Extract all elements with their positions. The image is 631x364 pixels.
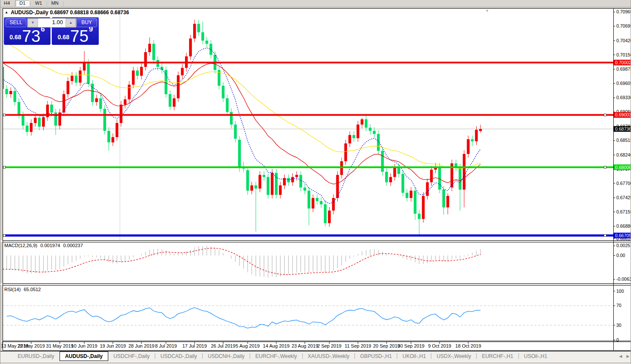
price-tick-label: 0.70420 [616, 38, 631, 43]
scroll-end-marker-icon[interactable]: ▼ [485, 9, 489, 13]
chart-tab-eurchf-weekly[interactable]: EURCHF-,Weekly [250, 351, 302, 361]
svg-text:0.69003: 0.69003 [615, 112, 631, 117]
chart-tab-usdx-weekly[interactable]: USDX-,Weekly [431, 351, 476, 361]
date-tick-label: 2 Sep 2019 [317, 343, 341, 348]
sell-button[interactable]: SELL [6, 18, 26, 27]
macd-axis-label: 0.002574 [616, 243, 631, 248]
price-tag-0.68736: 0.68736 [614, 126, 631, 132]
chart-background [3, 8, 631, 350]
price-tag-0.69003: 0.69003 [614, 112, 631, 118]
rsi-label: RSI(14) [4, 287, 21, 292]
rsi-axis-label: 30 [616, 323, 622, 328]
date-tick-label: 23 Aug 2019 [292, 343, 318, 348]
price-tick-label: 0.70150 [616, 52, 631, 57]
chart-tab-ukoil-h1[interactable]: UKOil-,H1 [397, 351, 431, 361]
tabs-scroll-left-icon[interactable]: ◀ [618, 354, 623, 359]
macd-signal-value: 0.000237 [63, 243, 83, 248]
line-handle[interactable] [604, 235, 606, 237]
chart-ohlc-values: 0.68697 0.68818 0.68666 0.68736 [50, 9, 129, 16]
price-tick-label: 0.66880 [616, 223, 631, 229]
chart-canvas[interactable]: 0.709650.706950.704200.701500.698750.696… [0, 0, 631, 364]
price-tick-label: 0.69605 [616, 81, 631, 86]
macd-axis-label: -0.006326 [616, 276, 631, 282]
subwindow-collapse-icon[interactable]: ▲ [5, 10, 8, 14]
price-tag-0.66705: 0.66705 [614, 233, 631, 238]
date-tick-label: 28 Jun 2019 [129, 343, 155, 348]
line-handle[interactable] [604, 166, 606, 168]
sell-price-main: 73 [22, 30, 40, 43]
price-tag-0.70002: 0.70002 [614, 60, 631, 66]
date-tick-label: 31 May 2019 [46, 343, 74, 348]
chart-tab-eurchf-h1[interactable]: EURCHF-,H1 [477, 351, 518, 361]
line-handle[interactable] [3, 166, 6, 168]
price-tick-label: 0.70695 [616, 23, 631, 28]
chart-tab-bar: EURUSD-,DailyAUDUSD-,DailyUSDCHF-,DailyU… [0, 351, 631, 361]
volume-decrease-button[interactable]: ▼ [28, 19, 38, 27]
chart-tab-usdcad-daily[interactable]: USDCAD-,Daily [155, 351, 202, 361]
chart-title: ▲AUDUSD-,Daily 0.68697 0.68818 0.68666 0… [5, 9, 129, 16]
chart-tab-xauusd-weekly[interactable]: XAUUSD-,Weekly [303, 351, 355, 361]
rsi-panel-title: RSI(14) 65.0512 [4, 287, 43, 292]
date-tick-label: 5 Aug 2019 [235, 343, 260, 348]
buy-price-main: 75 [70, 30, 88, 43]
date-tick-label: 26 Jul 2019 [211, 343, 235, 348]
date-tick-label: 14 Aug 2019 [263, 343, 290, 348]
chart-tab-usoil-h1[interactable]: USOil-,H1 [519, 351, 553, 361]
svg-text:0.66705: 0.66705 [615, 233, 631, 238]
status-strip [0, 361, 631, 364]
date-tick-label: 20 Sep 2019 [373, 343, 400, 348]
buy-price-prefix: 0.68 [58, 34, 69, 41]
price-tick-label: 0.68515 [616, 138, 631, 143]
price-tag-0.68006: 0.68006 [614, 164, 631, 170]
date-tick-label: 18 Oct 2019 [455, 343, 481, 348]
mt4-window: { "toolbar": { "timeframes": [ {"label":… [0, 0, 631, 364]
macd-main-value: 0.001974 [40, 243, 60, 248]
one-click-trading-panel: 0.68 73 6 0.68 75 9 SELL BUY ▼ 1.00 ▲ [4, 17, 99, 45]
date-tick-label: 8 Jul 2019 [155, 343, 177, 348]
date-tick-label: 11 Sep 2019 [345, 343, 371, 348]
volume-input[interactable]: 1.00 [38, 19, 66, 27]
svg-text:0.70002: 0.70002 [615, 60, 631, 65]
price-tick-label: 0.67700 [616, 181, 631, 186]
volume-spinner: ▼ 1.00 ▲ [27, 18, 76, 28]
date-tick-label: 22 May 2019 [17, 343, 45, 348]
chart-tabs: EURUSD-,DailyAUDUSD-,DailyUSDCHF-,DailyU… [13, 351, 553, 361]
rsi-value: 65.0512 [24, 287, 41, 292]
chart-tab-usdchf-daily[interactable]: USDCHF-,Daily [108, 351, 155, 361]
chart-tab-eurusd-daily[interactable]: EURUSD-,Daily [13, 351, 60, 361]
line-handle[interactable] [604, 114, 606, 116]
chart-symbol-label: AUDUSD-,Daily [11, 9, 48, 16]
date-tick-label: 9 Oct 2019 [428, 343, 451, 348]
price-tick-label: 0.67155 [616, 209, 631, 214]
rsi-axis-label: 100 [616, 289, 624, 294]
price-tick-label: 0.70965 [616, 9, 631, 14]
chart-tab-gbpusd-h1[interactable]: GBPUSD-,H1 [355, 351, 397, 361]
price-tick-label: 0.69330 [616, 95, 631, 100]
macd-label: MACD(12,26,9) [4, 243, 37, 248]
sell-price-prefix: 0.68 [9, 34, 21, 41]
chart-tab-usdcnh-daily[interactable]: USDCNH-,Daily [203, 351, 250, 361]
macd-panel-title: MACD(12,26,9) 0.001974 0.000237 [4, 243, 85, 248]
price-tick-label: 0.67425 [616, 195, 631, 200]
volume-increase-button[interactable]: ▲ [66, 19, 76, 27]
date-tick-label: 30 Sep 2019 [398, 343, 424, 348]
price-tick-label: 0.68240 [616, 152, 631, 157]
svg-text:0.68006: 0.68006 [615, 165, 631, 170]
price-tick-label: 0.69875 [616, 66, 631, 72]
rsi-axis-label: 70 [616, 303, 622, 308]
date-tick-label: 19 Jun 2019 [100, 343, 126, 348]
date-tick-label: 10 Jun 2019 [71, 343, 97, 348]
rsi-axis-label: 0 [616, 337, 619, 342]
buy-button[interactable]: BUY [76, 18, 97, 27]
line-handle[interactable] [3, 114, 6, 116]
buy-price: 0.68 75 9 [52, 25, 99, 43]
date-tick-label: 17 Jul 2019 [182, 343, 207, 348]
line-handle[interactable] [3, 235, 6, 237]
sell-price: 0.68 73 6 [4, 25, 50, 43]
macd-axis-label: 0.00 [616, 253, 625, 258]
chart-tab-audusd-daily[interactable]: AUDUSD-,Daily [60, 351, 108, 361]
tabs-scroll-right-icon[interactable]: ▶ [625, 354, 631, 359]
svg-text:0.68736: 0.68736 [615, 126, 631, 132]
